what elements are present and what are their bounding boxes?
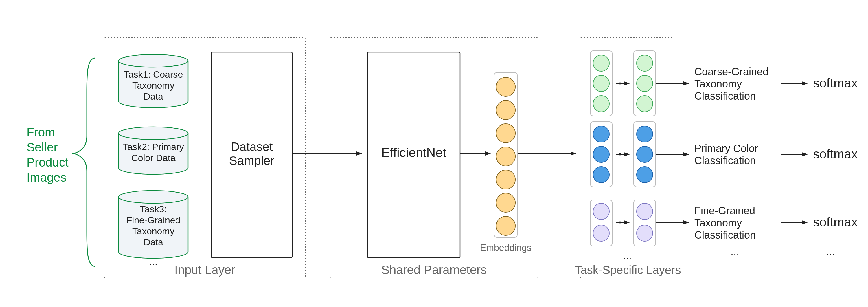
left-label-line1: From	[27, 125, 55, 139]
task2-cylinder: Task2: Primary Color Data	[119, 127, 188, 174]
svg-point-35	[637, 225, 653, 241]
task2-softmax: softmax	[813, 147, 858, 161]
svg-point-34	[637, 203, 653, 220]
task3-line3: Taxonomy	[132, 226, 175, 236]
svg-point-28	[637, 167, 653, 183]
svg-point-7	[496, 147, 515, 166]
task2-layers: :	[590, 122, 656, 187]
task1-label-line3: Classification	[694, 90, 756, 102]
svg-point-17	[637, 55, 653, 71]
task1-label: Coarse-Grained Taxonomy Classification	[694, 66, 769, 102]
efficientnet-label: EfficientNet	[381, 145, 446, 160]
svg-point-26	[637, 126, 653, 142]
task3-line2: Fine-Grained	[126, 215, 181, 225]
task1-softmax: softmax	[813, 76, 858, 90]
svg-point-12	[593, 55, 609, 71]
task3-label-line1: Fine-Grained	[694, 205, 755, 217]
svg-point-13	[593, 75, 609, 91]
task3-layers: :	[590, 200, 656, 246]
task1-cylinder: Task1: Coarse Taxonomy Data	[119, 54, 188, 108]
svg-point-10	[496, 216, 515, 235]
svg-point-5	[496, 101, 515, 120]
task1-layers: :	[590, 51, 656, 116]
task2-line2: Color Data	[131, 152, 176, 163]
task3-label-line3: Classification	[694, 229, 756, 241]
task-layers-ellipsis: ...	[623, 250, 631, 261]
task3-line1: Task3:	[140, 204, 167, 214]
task1-label-line2: Taxonomy	[694, 78, 742, 90]
task1-line3: Data	[144, 91, 163, 102]
svg-point-2	[119, 191, 188, 203]
svg-point-22	[593, 146, 609, 163]
task3-label: Fine-Grained Taxonomy Classification	[694, 205, 756, 241]
svg-point-4	[496, 77, 515, 96]
left-label-line4: Images	[27, 171, 66, 184]
embeddings-column	[494, 73, 517, 238]
svg-point-23	[593, 167, 609, 183]
task1-line2: Taxonomy	[132, 80, 175, 91]
left-label-line3: Product	[27, 156, 69, 169]
dataset-sampler-line1: Dataset	[231, 140, 273, 154]
task1-line1: Task1: Coarse	[124, 69, 183, 80]
svg-point-1	[119, 127, 188, 140]
svg-point-19	[637, 95, 653, 112]
task-labels-ellipsis: ...	[731, 245, 739, 257]
input-layer-caption: Input Layer	[175, 263, 235, 277]
svg-point-0	[119, 54, 188, 67]
task2-label-line2: Classification	[694, 155, 756, 167]
svg-point-9	[496, 193, 515, 212]
tasks-ellipsis: ...	[149, 256, 157, 267]
dataset-sampler-line2: Sampler	[229, 154, 274, 167]
task3-label-line2: Taxonomy	[694, 217, 742, 229]
svg-point-6	[496, 124, 515, 143]
svg-point-31	[593, 225, 609, 241]
task-softmax-ellipsis: ...	[826, 245, 835, 257]
task2-line1: Task2: Primary	[123, 142, 184, 152]
task3-cylinder: Task3: Fine-Grained Taxonomy Data	[119, 191, 188, 258]
task-specific-caption: Task-Specific Layers	[575, 263, 681, 276]
svg-point-18	[637, 75, 653, 91]
task3-softmax: softmax	[813, 215, 858, 229]
svg-point-8	[496, 170, 515, 189]
left-label-line2: Seller	[27, 140, 58, 154]
svg-point-14	[593, 95, 609, 112]
task1-label-line1: Coarse-Grained	[694, 66, 769, 78]
svg-point-30	[593, 203, 609, 220]
svg-point-27	[637, 146, 653, 163]
left-source-label: From Seller Product Images	[27, 125, 69, 184]
task2-label-line1: Primary Color	[694, 142, 758, 155]
task3-line4: Data	[144, 237, 163, 247]
shared-parameters-caption: Shared Parameters	[381, 263, 487, 277]
svg-point-21	[593, 126, 609, 142]
embeddings-label: Embeddings	[480, 243, 531, 253]
left-brace-icon	[72, 58, 95, 267]
task2-label: Primary Color Classification	[694, 142, 758, 167]
